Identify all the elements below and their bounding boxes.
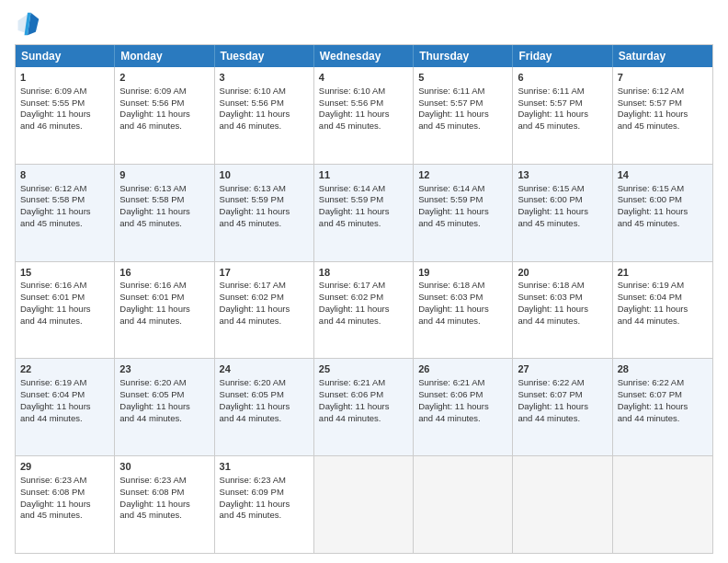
header-day-sunday: Sunday: [16, 45, 115, 67]
day-number: 31: [220, 460, 309, 474]
calendar-row-3: 15Sunrise: 6:16 AMSunset: 6:01 PMDayligh…: [16, 261, 712, 359]
day-info-line: Sunset: 6:06 PM: [319, 389, 408, 401]
day-info-line: Sunrise: 6:22 AM: [518, 377, 607, 389]
day-number: 27: [518, 362, 607, 376]
day-info-line: and 45 minutes.: [618, 218, 708, 230]
day-info-line: and 45 minutes.: [518, 121, 607, 132]
day-info-line: Daylight: 11 hours: [618, 304, 708, 316]
calendar-row-4: 22Sunrise: 6:19 AMSunset: 6:04 PMDayligh…: [16, 358, 712, 455]
day-info-line: Daylight: 11 hours: [220, 206, 309, 218]
day-info-line: Sunset: 6:00 PM: [518, 194, 607, 206]
day-number: 5: [418, 71, 507, 85]
calendar-cell-day-12: 12Sunrise: 6:14 AMSunset: 5:59 PMDayligh…: [414, 165, 513, 261]
day-info-line: Daylight: 11 hours: [319, 206, 408, 218]
day-info-line: Sunset: 5:57 PM: [518, 98, 607, 109]
day-info-line: and 45 minutes.: [618, 121, 708, 132]
day-number: 18: [319, 266, 408, 280]
header: [15, 11, 713, 37]
calendar-cell-day-16: 16Sunrise: 6:16 AMSunset: 6:01 PMDayligh…: [115, 262, 214, 359]
day-info-line: and 45 minutes.: [418, 218, 507, 230]
calendar-cell-day-21: 21Sunrise: 6:19 AMSunset: 6:04 PMDayligh…: [613, 262, 712, 359]
day-info-line: and 45 minutes.: [220, 218, 309, 230]
calendar-row-5: 29Sunrise: 6:23 AMSunset: 6:08 PMDayligh…: [16, 455, 712, 553]
day-info-line: Daylight: 11 hours: [418, 304, 507, 316]
calendar-cell-day-1: 1Sunrise: 6:09 AMSunset: 5:55 PMDaylight…: [16, 67, 115, 164]
calendar-cell-empty: [414, 456, 513, 553]
day-info-line: Sunrise: 6:18 AM: [418, 280, 507, 292]
day-info-line: Sunrise: 6:21 AM: [418, 377, 507, 389]
day-info-line: Sunset: 5:57 PM: [418, 98, 507, 109]
calendar-cell-day-24: 24Sunrise: 6:20 AMSunset: 6:05 PMDayligh…: [215, 359, 314, 455]
day-info-line: Daylight: 11 hours: [418, 109, 507, 121]
day-info-line: Sunset: 6:00 PM: [618, 194, 708, 206]
day-info-line: Daylight: 11 hours: [119, 206, 209, 218]
day-info-line: Sunrise: 6:16 AM: [20, 280, 109, 292]
calendar-cell-day-10: 10Sunrise: 6:13 AMSunset: 5:59 PMDayligh…: [215, 165, 314, 261]
day-number: 12: [418, 168, 507, 182]
day-info-line: Sunrise: 6:12 AM: [20, 183, 109, 195]
calendar-cell-day-8: 8Sunrise: 6:12 AMSunset: 5:58 PMDaylight…: [16, 165, 115, 261]
calendar-cell-day-31: 31Sunrise: 6:23 AMSunset: 6:09 PMDayligh…: [215, 456, 314, 553]
day-number: 17: [220, 266, 309, 280]
day-info-line: Sunset: 6:01 PM: [119, 292, 209, 304]
day-info-line: and 45 minutes.: [418, 121, 507, 132]
day-number: 13: [518, 168, 607, 182]
day-info-line: Sunrise: 6:20 AM: [220, 377, 309, 389]
logo-icon: [15, 11, 40, 37]
day-info-line: Sunset: 5:59 PM: [418, 194, 507, 206]
day-info-line: Sunset: 5:56 PM: [119, 98, 209, 109]
day-info-line: Daylight: 11 hours: [20, 401, 109, 413]
page: SundayMondayTuesdayWednesdayThursdayFrid…: [0, 0, 728, 563]
day-info-line: Sunrise: 6:17 AM: [220, 280, 309, 292]
calendar-cell-day-18: 18Sunrise: 6:17 AMSunset: 6:02 PMDayligh…: [314, 262, 414, 359]
day-info-line: Sunset: 6:04 PM: [20, 389, 109, 401]
day-info-line: Sunrise: 6:09 AM: [119, 86, 209, 98]
day-info-line: and 44 minutes.: [20, 316, 109, 327]
calendar-cell-day-11: 11Sunrise: 6:14 AMSunset: 5:59 PMDayligh…: [314, 165, 414, 261]
logo: [15, 11, 44, 37]
day-info-line: and 45 minutes.: [20, 510, 109, 522]
day-info-line: Sunrise: 6:19 AM: [618, 280, 708, 292]
day-info-line: and 45 minutes.: [319, 218, 408, 230]
header-day-tuesday: Tuesday: [215, 45, 314, 67]
day-info-line: Sunrise: 6:09 AM: [20, 86, 109, 98]
day-info-line: Daylight: 11 hours: [20, 206, 109, 218]
day-info-line: Sunrise: 6:23 AM: [220, 475, 309, 487]
calendar-cell-day-27: 27Sunrise: 6:22 AMSunset: 6:07 PMDayligh…: [513, 359, 612, 455]
calendar-row-2: 8Sunrise: 6:12 AMSunset: 5:58 PMDaylight…: [16, 164, 712, 261]
day-info-line: and 45 minutes.: [319, 121, 408, 132]
day-info-line: Sunset: 6:06 PM: [418, 389, 507, 401]
day-info-line: Daylight: 11 hours: [220, 499, 309, 511]
day-info-line: Sunset: 6:04 PM: [618, 292, 708, 304]
day-info-line: Sunrise: 6:15 AM: [518, 183, 607, 195]
day-info-line: Daylight: 11 hours: [20, 304, 109, 316]
calendar-cell-day-7: 7Sunrise: 6:12 AMSunset: 5:57 PMDaylight…: [613, 67, 712, 164]
calendar-cell-day-22: 22Sunrise: 6:19 AMSunset: 6:04 PMDayligh…: [16, 359, 115, 455]
day-number: 8: [20, 168, 109, 182]
day-info-line: Daylight: 11 hours: [319, 304, 408, 316]
header-day-wednesday: Wednesday: [314, 45, 414, 67]
day-info-line: Sunset: 6:01 PM: [20, 292, 109, 304]
calendar-cell-day-4: 4Sunrise: 6:10 AMSunset: 5:56 PMDaylight…: [314, 67, 414, 164]
day-info-line: Sunset: 6:07 PM: [518, 389, 607, 401]
day-info-line: Daylight: 11 hours: [418, 206, 507, 218]
day-number: 10: [220, 168, 309, 182]
day-info-line: Sunrise: 6:16 AM: [119, 280, 209, 292]
day-info-line: and 44 minutes.: [418, 316, 507, 327]
day-info-line: Sunset: 6:03 PM: [418, 292, 507, 304]
header-day-monday: Monday: [115, 45, 214, 67]
day-info-line: and 44 minutes.: [220, 413, 309, 425]
day-info-line: Sunset: 6:08 PM: [119, 487, 209, 499]
day-info-line: Sunset: 5:55 PM: [20, 98, 109, 109]
calendar-cell-day-13: 13Sunrise: 6:15 AMSunset: 6:00 PMDayligh…: [513, 165, 612, 261]
day-info-line: Daylight: 11 hours: [319, 109, 408, 121]
day-info-line: Daylight: 11 hours: [20, 499, 109, 511]
calendar-row-1: 1Sunrise: 6:09 AMSunset: 5:55 PMDaylight…: [16, 67, 712, 164]
day-info-line: Sunrise: 6:14 AM: [319, 183, 408, 195]
day-number: 11: [319, 168, 408, 182]
day-info-line: Daylight: 11 hours: [119, 499, 209, 511]
day-info-line: Sunrise: 6:21 AM: [319, 377, 408, 389]
day-info-line: Sunset: 6:08 PM: [20, 487, 109, 499]
day-info-line: Sunset: 5:56 PM: [319, 98, 408, 109]
day-number: 15: [20, 266, 109, 280]
